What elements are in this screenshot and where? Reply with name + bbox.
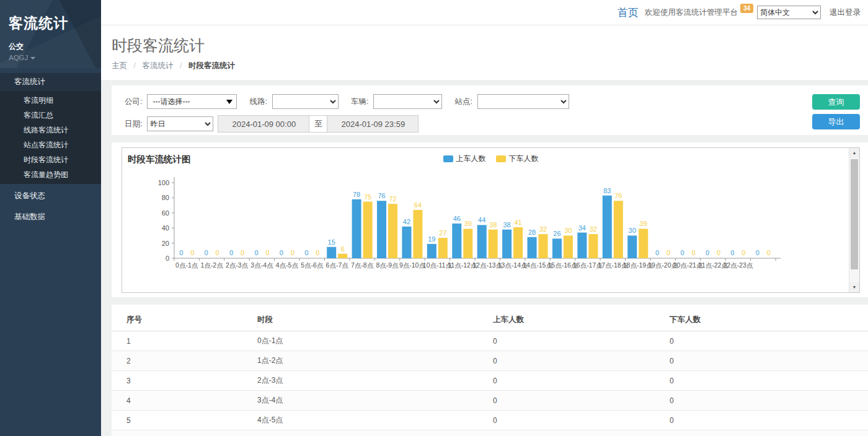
breadcrumb-passenger-stats[interactable]: 客流统计 <box>142 61 173 70</box>
svg-text:0点-1点: 0点-1点 <box>175 261 198 269</box>
svg-text:32: 32 <box>539 225 547 233</box>
svg-text:100: 100 <box>158 179 169 186</box>
svg-text:0: 0 <box>756 249 760 256</box>
svg-text:38: 38 <box>503 221 511 229</box>
svg-text:6: 6 <box>341 245 345 253</box>
chevron-down-icon <box>30 57 35 59</box>
query-button[interactable]: 查询 <box>812 94 860 110</box>
export-button[interactable]: 导出 <box>812 114 860 129</box>
svg-text:0: 0 <box>229 249 233 256</box>
company-label: 公司: <box>125 97 142 107</box>
svg-text:0: 0 <box>216 249 219 256</box>
scrollbar-thumb[interactable] <box>851 159 858 269</box>
svg-text:0: 0 <box>680 249 684 256</box>
language-select[interactable]: 简体中文 <box>757 6 821 19</box>
svg-text:30: 30 <box>564 227 572 234</box>
svg-text:26: 26 <box>553 230 560 237</box>
svg-text:38: 38 <box>489 221 497 229</box>
date-range: 至 <box>218 115 418 133</box>
page-header: 时段客流统计 主页 / 客流统计 / 时段客流统计 <box>101 25 868 80</box>
header-index: 序号 <box>112 310 257 331</box>
sidebar-item-flow-detail[interactable]: 客流明细 <box>0 93 101 108</box>
line-label: 线路: <box>249 97 267 107</box>
svg-text:8点-9点: 8点-9点 <box>376 261 399 269</box>
breadcrumb-current: 时段客流统计 <box>188 61 235 70</box>
svg-text:5点-6点: 5点-6点 <box>301 261 324 269</box>
sidebar-item-flow-summary[interactable]: 客流汇总 <box>0 108 101 123</box>
svg-text:0: 0 <box>291 249 294 256</box>
logo-area: 客流统计 公交 AQGJ <box>0 0 101 68</box>
filter-row-1: 公司: ---请选择--- 线路: 车辆: 站点: <box>125 94 868 109</box>
sidebar-item-line-stats[interactable]: 线路客流统计 <box>0 123 101 137</box>
chart-panel: 0204060801000点-1点001点-2点002点-3点003点-4点00… <box>122 147 860 293</box>
sidebar-submenu: 客流明细 客流汇总 线路客流统计 站点客流统计 时段客流统计 客流量趋势图 <box>0 91 101 184</box>
svg-text:0: 0 <box>691 249 695 256</box>
date-filter: 日期: 昨日 <box>125 116 213 131</box>
company-select[interactable]: ---请选择--- <box>147 94 237 109</box>
breadcrumb-home[interactable]: 主页 <box>112 61 127 70</box>
line-select[interactable] <box>272 94 339 109</box>
svg-text:2点-3点: 2点-3点 <box>226 261 249 269</box>
svg-text:0: 0 <box>742 249 745 256</box>
sidebar-item-device-status[interactable]: 设备状态 <box>0 187 101 205</box>
svg-text:0: 0 <box>190 249 194 256</box>
chart-card: 0204060801000点-1点001点-2点002点-3点003点-4点00… <box>112 142 868 297</box>
header-boarding: 上车人数 <box>493 310 670 331</box>
legend-boarding[interactable]: 上车人数 <box>443 154 486 164</box>
legend-swatch-blue <box>443 155 453 162</box>
svg-text:0: 0 <box>241 249 244 256</box>
sidebar-item-passenger-stats[interactable]: 客流统计 <box>0 73 101 91</box>
station-filter: 站点: <box>454 94 569 109</box>
svg-text:64: 64 <box>414 201 422 209</box>
svg-text:0: 0 <box>304 249 308 256</box>
svg-text:0: 0 <box>706 249 709 256</box>
filter-panel: 公司: ---请选择--- 线路: 车辆: 站点: <box>112 85 868 135</box>
content: 公司: ---请选择--- 线路: 车辆: 站点: <box>101 80 868 436</box>
svg-text:41: 41 <box>515 219 522 226</box>
passenger-flow-table: 序号 时段 上车人数 下车人数 10点-1点0021点-2点0032点-3点00… <box>112 310 868 436</box>
svg-text:72: 72 <box>389 195 396 203</box>
svg-text:0: 0 <box>767 249 771 256</box>
svg-text:80: 80 <box>162 194 169 201</box>
svg-text:6点-7点: 6点-7点 <box>326 261 349 269</box>
vehicle-select[interactable] <box>373 94 442 109</box>
date-end-input[interactable] <box>327 115 418 133</box>
svg-text:19: 19 <box>428 235 435 243</box>
home-link[interactable]: 首页 <box>618 6 639 20</box>
scroll-down-icon[interactable]: ▼ <box>849 282 859 292</box>
sidebar-item-trend-chart[interactable]: 客流量趋势图 <box>0 167 101 182</box>
date-start-input[interactable] <box>218 115 309 133</box>
sidebar-item-base-data[interactable]: 基础数据 <box>0 208 101 226</box>
line-filter: 线路: <box>249 94 338 109</box>
svg-text:22点-23点: 22点-23点 <box>723 261 753 269</box>
vehicle-filter: 车辆: <box>351 94 442 109</box>
app-brand: 客流统计 <box>9 14 92 33</box>
svg-text:32: 32 <box>590 225 597 233</box>
svg-text:3点-4点: 3点-4点 <box>250 261 273 269</box>
welcome-text: 欢迎使用客流统计管理平台 <box>645 7 738 18</box>
svg-text:20: 20 <box>162 240 169 247</box>
scroll-up-icon[interactable]: ▲ <box>849 148 859 158</box>
main-area: 首页 欢迎使用客流统计管理平台 34 简体中文 退出登录 时段客流统计 主页 /… <box>101 0 868 436</box>
svg-text:1点-2点: 1点-2点 <box>201 261 224 269</box>
svg-text:0: 0 <box>166 255 169 262</box>
sidebar-item-timeslot-stats[interactable]: 时段客流统计 <box>0 152 101 167</box>
header-timeslot: 时段 <box>257 310 493 331</box>
table-card: 序号 时段 上车人数 下车人数 10点-1点0021点-2点0032点-3点00… <box>112 305 868 436</box>
logout-link[interactable]: 退出登录 <box>830 7 861 18</box>
org-code-dropdown[interactable]: AQGJ <box>9 54 92 61</box>
date-preset-select[interactable]: 昨日 <box>147 116 213 131</box>
chart-vertical-scrollbar[interactable]: ▲ ▼ <box>849 148 859 292</box>
svg-text:0: 0 <box>254 249 258 256</box>
legend-alighting[interactable]: 下车人数 <box>496 154 539 164</box>
table-row: 32点-3点00 <box>112 371 868 391</box>
svg-text:28: 28 <box>528 229 536 236</box>
sidebar-item-station-stats[interactable]: 站点客流统计 <box>0 137 101 152</box>
station-select[interactable] <box>477 94 569 109</box>
notification-badge[interactable]: 34 <box>740 4 753 13</box>
table-row: 54点-5点00 <box>112 411 868 430</box>
table-header-row: 序号 时段 上车人数 下车人数 <box>112 310 868 331</box>
svg-text:0: 0 <box>205 249 208 256</box>
svg-text:0: 0 <box>717 249 720 256</box>
svg-text:75: 75 <box>364 193 371 201</box>
